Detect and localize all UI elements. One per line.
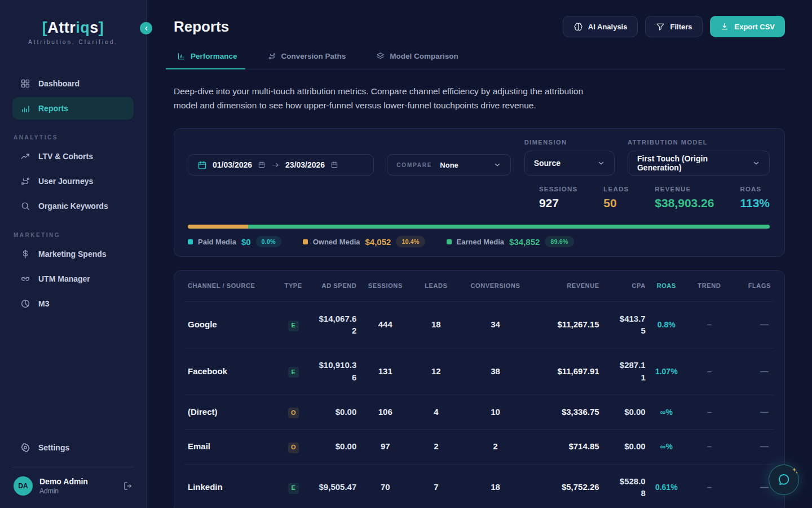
attribution-model-label: ATTRIBUTION MODEL	[628, 139, 770, 146]
col-leads[interactable]: LEADS	[411, 271, 461, 301]
compare-select[interactable]: COMPARE None	[387, 154, 511, 176]
col-type[interactable]: TYPE	[280, 271, 306, 301]
type-badge: E	[288, 483, 299, 494]
tab-model-comparison[interactable]: Model Comparison	[373, 52, 462, 69]
legend-item-earned-media: Earned Media $34,852 89.6%	[447, 236, 574, 247]
stat-value: $38,903.26	[655, 196, 714, 210]
earned-media-segment	[248, 225, 770, 229]
dimension-group: DIMENSION Source	[524, 139, 615, 176]
ai-analysis-button[interactable]: AI Analysis	[563, 16, 638, 37]
col-flags[interactable]: FLAGS	[735, 271, 774, 301]
layers-icon	[376, 52, 385, 60]
dollar-icon	[20, 249, 30, 259]
date-to[interactable]: 23/03/2026	[285, 160, 325, 169]
stat-leads: LEADS 50	[603, 186, 629, 210]
sidebar-item-m3[interactable]: M3	[12, 292, 134, 315]
table-row[interactable]: Email O $0.00 97 2 2 $714.85 $0.00 ∞% – …	[184, 430, 774, 464]
sidebar-item-utm-manager[interactable]: UTM Manager	[12, 268, 134, 290]
trend-up-icon	[20, 151, 30, 161]
col-sessions[interactable]: SESSIONS	[360, 271, 411, 301]
col-cpa[interactable]: CPA	[603, 271, 649, 301]
cpa-cell: $0.00	[603, 430, 649, 464]
filters-button[interactable]: Filters	[645, 16, 703, 37]
revenue-cell: $11,697.91	[529, 348, 603, 395]
performance-table: CHANNEL / SOURCE TYPE AD SPEND SESSIONS …	[184, 271, 774, 508]
channel-cell: Email	[184, 430, 280, 464]
stat-label: ROAS	[740, 186, 770, 192]
ad-spend-cell: $9,505.47	[306, 464, 360, 508]
revenue-cell: $3,336.75	[529, 395, 603, 429]
sidebar-item-settings[interactable]: Settings	[12, 436, 134, 459]
chat-assistant-button[interactable]	[769, 465, 799, 495]
sidebar-item-label: User Journeys	[38, 177, 93, 186]
legend-name: Earned Media	[457, 238, 505, 246]
col-channel-source[interactable]: CHANNEL / SOURCE	[184, 271, 280, 301]
date-from[interactable]: 01/03/2026	[213, 160, 252, 169]
logo-bracket-right: ]	[99, 19, 104, 36]
funnel-icon	[656, 22, 665, 31]
calendar-small-icon[interactable]	[258, 161, 266, 169]
link-icon	[20, 274, 30, 284]
tab-performance[interactable]: Performance	[174, 52, 241, 69]
media-split-bar	[188, 225, 770, 229]
app-root: [Attriqs] Attribution. Clarified. Dashbo…	[0, 0, 812, 508]
search-icon	[20, 201, 30, 211]
export-csv-button[interactable]: Export CSV	[710, 16, 785, 37]
type-badge: O	[288, 443, 299, 453]
table-row[interactable]: Linkedin E $9,505.47 70 7 18 $5,752.26 $…	[184, 464, 774, 508]
sidebar-item-dashboard[interactable]: Dashboard	[12, 72, 134, 95]
sidebar-item-label: UTM Manager	[38, 274, 90, 283]
earned-media-swatch	[447, 239, 452, 244]
conversions-cell: 18	[461, 464, 529, 508]
type-cell: O	[280, 395, 306, 429]
stat-revenue: REVENUE $38,903.26	[655, 186, 714, 210]
col-trend[interactable]: TREND	[684, 271, 735, 301]
sidebar-collapse-button[interactable]	[140, 22, 152, 34]
sidebar-item-user-journeys[interactable]: User Journeys	[12, 170, 134, 192]
attribution-model-select[interactable]: First Touch (Origin Generation)	[628, 151, 770, 176]
roas-cell: 1.07%	[649, 348, 684, 395]
dimension-select[interactable]: Source	[524, 151, 615, 176]
stat-label: REVENUE	[655, 186, 714, 192]
table-row[interactable]: Facebook E $10,910.36 131 12 38 $11,697.…	[184, 348, 774, 395]
sessions-cell: 444	[360, 301, 411, 348]
table-row[interactable]: Google E $14,067.62 444 18 34 $11,267.15…	[184, 301, 774, 348]
sessions-cell: 70	[360, 464, 411, 508]
legend-name: Paid Media	[198, 238, 236, 246]
sidebar-item-marketing-spends[interactable]: Marketing Spends	[12, 243, 134, 265]
sidebar-item-ltv-cohorts[interactable]: LTV & Cohorts	[12, 145, 134, 168]
col-ad-spend[interactable]: AD SPEND	[306, 271, 360, 301]
conversions-cell: 38	[461, 348, 529, 395]
tab-label: Conversion Paths	[281, 52, 346, 60]
sidebar-item-label: Reports	[38, 104, 68, 113]
sidebar-item-reports[interactable]: Reports	[12, 97, 134, 120]
sidebar-section-analytics: ANALYTICS	[14, 134, 146, 141]
col-conversions[interactable]: CONVERSIONS	[461, 271, 529, 301]
table-body: Google E $14,067.62 444 18 34 $11,267.15…	[184, 301, 774, 508]
attribution-model-value: First Touch (Origin Generation)	[637, 154, 747, 172]
sessions-cell: 131	[360, 348, 411, 395]
stat-value: 50	[603, 196, 629, 210]
owned-media-segment	[188, 225, 248, 229]
cpa-cell: $528.08	[603, 464, 649, 508]
stat-value: 927	[539, 196, 577, 210]
sidebar-item-organic-keywords[interactable]: Organic Keywords	[12, 195, 134, 217]
grid-icon	[20, 78, 30, 89]
tab-conversion-paths[interactable]: Conversion Paths	[264, 52, 350, 69]
sidebar-item-label: Organic Keywords	[38, 202, 108, 211]
logout-button[interactable]	[122, 481, 133, 491]
logo-part1: Attr	[47, 19, 76, 36]
date-range-picker[interactable]: 01/03/2026 23/03/2026	[188, 154, 374, 176]
journey-path-icon	[20, 176, 30, 186]
leads-cell: 12	[411, 348, 461, 395]
ad-spend-value: $0.00	[336, 440, 357, 453]
tab-label: Model Comparison	[390, 52, 458, 60]
table-row[interactable]: (Direct) O $0.00 106 4 10 $3,336.75 $0.0…	[184, 395, 774, 429]
col-roas[interactable]: ROAS	[649, 271, 684, 301]
stat-label: LEADS	[603, 186, 629, 192]
legend-percent-badge: 89.6%	[545, 236, 573, 247]
calendar-small-icon[interactable]	[330, 161, 338, 169]
flags-cell: —	[735, 301, 774, 348]
col-revenue[interactable]: REVENUE	[529, 271, 603, 301]
cpa-cell: $0.00	[603, 395, 649, 429]
